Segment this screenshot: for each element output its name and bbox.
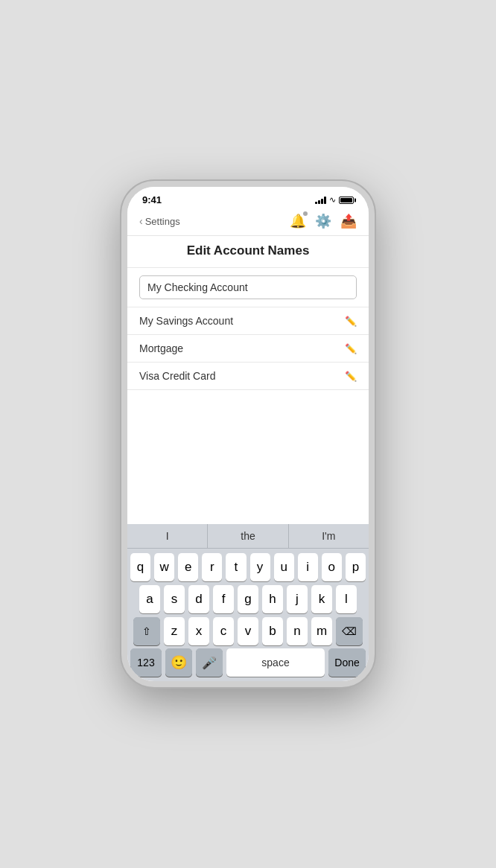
key-w[interactable]: w	[154, 553, 174, 581]
savings-account-label: My Savings Account	[139, 315, 339, 327]
key-y[interactable]: y	[250, 553, 270, 581]
key-h[interactable]: h	[262, 585, 283, 613]
key-m[interactable]: m	[311, 617, 332, 645]
prediction-item-1[interactable]: the	[208, 524, 288, 548]
back-label: Settings	[145, 216, 180, 227]
key-l[interactable]: l	[336, 585, 357, 613]
key-d[interactable]: d	[188, 585, 209, 613]
key-t[interactable]: t	[226, 553, 246, 581]
key-q[interactable]: q	[130, 553, 150, 581]
key-b[interactable]: b	[262, 617, 283, 645]
mortgage-account-label: Mortgage	[139, 342, 339, 354]
key-n[interactable]: n	[287, 617, 308, 645]
key-i[interactable]: i	[298, 553, 318, 581]
space-key[interactable]: space	[226, 648, 325, 677]
key-row-2: a s d f g h j k l	[130, 585, 366, 613]
num-key[interactable]: 123	[130, 648, 162, 677]
savings-edit-icon[interactable]: ✏️	[345, 316, 357, 327]
key-f[interactable]: f	[213, 585, 234, 613]
key-p[interactable]: p	[346, 553, 366, 581]
bottom-row: 123 🙂 🎤 space Done	[127, 648, 369, 681]
key-e[interactable]: e	[178, 553, 198, 581]
prediction-item-2[interactable]: I'm	[289, 524, 369, 548]
key-z[interactable]: z	[164, 617, 185, 645]
key-r[interactable]: r	[202, 553, 222, 581]
key-j[interactable]: j	[287, 585, 308, 613]
prediction-bar: I the I'm	[127, 524, 369, 549]
prediction-item-0[interactable]: I	[127, 524, 208, 548]
page-title: Edit Account Names	[142, 243, 354, 258]
key-a[interactable]: a	[139, 585, 160, 613]
key-u[interactable]: u	[274, 553, 294, 581]
battery-fill	[340, 198, 352, 202]
keyboard-area: I the I'm q w e r t y u i o p a s	[127, 524, 369, 681]
account-row-visa: Visa Credit Card ✏️	[127, 363, 369, 390]
nav-actions: 🔔 ⚙️ 📤	[290, 213, 357, 229]
key-o[interactable]: o	[322, 553, 342, 581]
key-row-3: ⇧ z x c v b n m ⌫	[130, 617, 366, 645]
phone-shell: 9:41 ∿ ‹ Settings 🔔 ⚙️ 📤 Edit Account	[121, 181, 375, 687]
key-s[interactable]: s	[164, 585, 185, 613]
content-area: My Savings Account ✏️ Mortgage ✏️ Visa C…	[127, 268, 369, 524]
microphone-key[interactable]: 🎤	[196, 648, 223, 677]
key-x[interactable]: x	[188, 617, 209, 645]
status-time: 9:41	[142, 194, 162, 205]
key-g[interactable]: g	[238, 585, 258, 613]
shift-key[interactable]: ⇧	[133, 617, 160, 645]
checking-account-input[interactable]	[139, 275, 357, 299]
emoji-key[interactable]: 🙂	[165, 648, 192, 677]
mortgage-edit-icon[interactable]: ✏️	[345, 343, 357, 354]
gear-icon[interactable]: ⚙️	[315, 213, 331, 229]
nav-bar: ‹ Settings 🔔 ⚙️ 📤	[127, 208, 369, 236]
visa-edit-icon[interactable]: ✏️	[345, 371, 357, 382]
battery-icon	[339, 197, 354, 204]
key-row-1: q w e r t y u i o p	[130, 553, 366, 581]
account-row-mortgage: Mortgage ✏️	[127, 335, 369, 363]
key-v[interactable]: v	[238, 617, 258, 645]
notification-dot	[303, 211, 308, 216]
done-key[interactable]: Done	[328, 648, 366, 677]
backspace-key[interactable]: ⌫	[336, 617, 363, 645]
visa-account-label: Visa Credit Card	[139, 370, 339, 382]
key-rows: q w e r t y u i o p a s d f g h j k	[127, 549, 369, 648]
key-k[interactable]: k	[311, 585, 332, 613]
wifi-icon: ∿	[329, 195, 336, 205]
logout-icon[interactable]: 📤	[340, 213, 357, 229]
account-row-checking	[127, 268, 369, 307]
signal-bars-icon	[315, 197, 326, 204]
back-button[interactable]: ‹ Settings	[139, 215, 180, 227]
page-title-bar: Edit Account Names	[127, 236, 369, 268]
account-row-savings: My Savings Account ✏️	[127, 307, 369, 335]
status-icons: ∿	[315, 195, 354, 205]
notification-icon[interactable]: 🔔	[290, 213, 306, 229]
status-bar: 9:41 ∿	[127, 187, 369, 208]
back-chevron-icon: ‹	[139, 215, 143, 227]
key-c[interactable]: c	[213, 617, 234, 645]
